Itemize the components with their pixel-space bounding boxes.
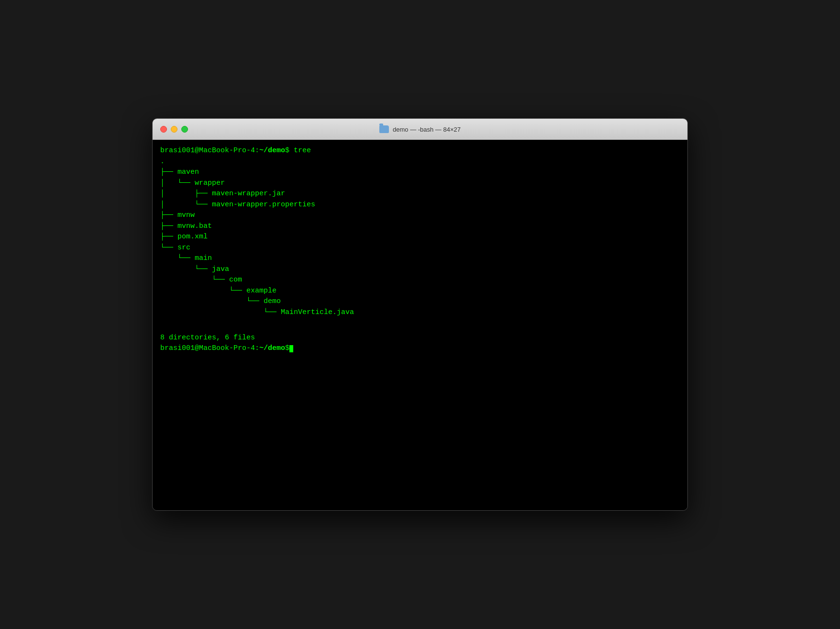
maximize-button[interactable]	[181, 126, 188, 133]
minimize-button[interactable]	[171, 126, 177, 133]
tree-line-7: ├── pom.xml	[160, 232, 680, 243]
tree-line-9: └── main	[160, 253, 680, 264]
tree-line-4: │ └── maven-wrapper.properties	[160, 200, 680, 211]
tree-line-6: ├── mvnw.bat	[160, 221, 680, 232]
folder-icon	[379, 125, 389, 133]
tree-line-0: .	[160, 157, 680, 168]
prompt-user-1: brasi001@MacBook-Pro-4:	[160, 146, 259, 155]
cursor	[289, 345, 293, 352]
tree-line-12: └── example	[160, 286, 680, 297]
traffic-lights	[160, 126, 188, 133]
tree-line-11: └── com	[160, 275, 680, 286]
tree-line-1: ├── maven	[160, 167, 680, 178]
prompt-path-1: ~/demo	[259, 146, 285, 155]
titlebar: demo — -bash — 84×27	[153, 119, 687, 140]
tree-line-2: │ └── wrapper	[160, 178, 680, 189]
tree-line-10: └── java	[160, 264, 680, 275]
terminal-window: demo — -bash — 84×27 brasi001@MacBook-Pr…	[152, 118, 688, 511]
prompt-user-2: brasi001@MacBook-Pro-4:	[160, 344, 259, 352]
prompt-path-2: ~/demo	[259, 344, 285, 352]
command-line: brasi001@MacBook-Pro-4:~/demo$ tree	[160, 146, 680, 157]
prompt-dollar-1: $	[285, 146, 294, 155]
tree-line-3: │ ├── maven-wrapper.jar	[160, 189, 680, 200]
tree-line-14: └── MainVerticle.java	[160, 307, 680, 318]
title-area: demo — -bash — 84×27	[379, 125, 461, 133]
tree-line-8: └── src	[160, 243, 680, 254]
summary-line: 8 directories, 6 files	[160, 333, 680, 344]
command-text: tree	[294, 146, 311, 155]
second-prompt-line: brasi001@MacBook-Pro-4:~/demo$	[160, 343, 680, 354]
terminal-body[interactable]: brasi001@MacBook-Pro-4:~/demo$ tree . ├─…	[153, 140, 687, 510]
tree-line-5: ├── mvnw	[160, 210, 680, 221]
prompt-dollar-2: $	[285, 344, 289, 352]
close-button[interactable]	[160, 126, 167, 133]
tree-line-13: └── demo	[160, 296, 680, 307]
empty-line	[160, 318, 680, 329]
window-title: demo — -bash — 84×27	[393, 126, 461, 133]
